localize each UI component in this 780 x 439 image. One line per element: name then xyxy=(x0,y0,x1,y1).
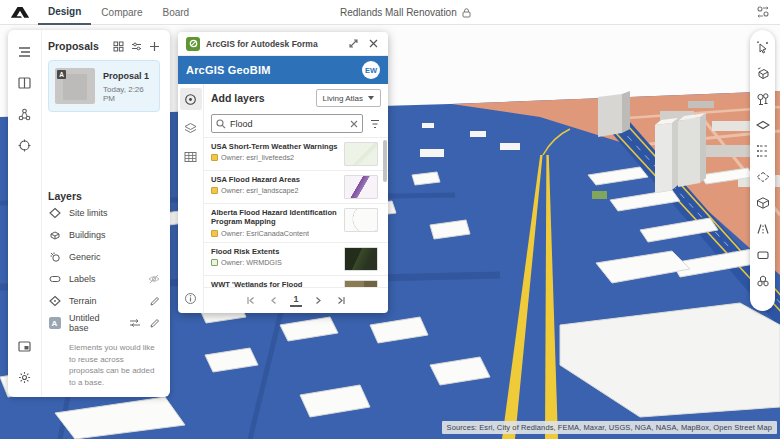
layer-buildings[interactable]: Buildings xyxy=(48,224,160,246)
result-title: Alberta Flood Hazard Identification Prog… xyxy=(211,208,339,227)
layer-untitled-base[interactable]: A Untitled base xyxy=(48,312,160,334)
terrain-icon xyxy=(48,295,61,308)
sort-filter-icon[interactable] xyxy=(369,118,381,130)
expand-icon[interactable] xyxy=(346,37,360,51)
layers-stack-icon[interactable] xyxy=(180,117,202,139)
left-rail xyxy=(8,30,42,397)
proposals-list-icon[interactable] xyxy=(15,42,35,62)
pagination: 1 xyxy=(204,287,388,313)
edit-pencil-icon[interactable] xyxy=(149,296,160,307)
minimap-icon[interactable] xyxy=(15,336,35,356)
label-tag-icon[interactable] xyxy=(754,246,771,263)
base-hint-text: Elements you would like to reuse across … xyxy=(48,342,160,388)
magic-select-icon[interactable] xyxy=(754,38,771,55)
project-title: Redlands Mall Renovation xyxy=(340,0,471,25)
page-number-current[interactable]: 1 xyxy=(290,294,301,307)
first-page-icon[interactable] xyxy=(244,294,256,308)
vegetation-icon[interactable] xyxy=(754,90,771,107)
result-item-1[interactable]: USA Short-Term Weather Warnings Owner: e… xyxy=(204,138,388,171)
filter-sliders-icon[interactable] xyxy=(131,41,142,52)
layer-site-limits[interactable]: Site limits xyxy=(48,202,160,224)
authoritative-badge-icon xyxy=(211,154,218,161)
search-results-list: USA Short-Term Weather Warnings Owner: e… xyxy=(204,137,388,287)
authoritative-badge-icon xyxy=(211,187,218,194)
surface-icon[interactable] xyxy=(754,116,771,133)
layer-generic[interactable]: Generic xyxy=(48,246,160,268)
search-input[interactable] xyxy=(230,119,350,129)
layer-label: Buildings xyxy=(69,230,160,240)
next-page-icon[interactable] xyxy=(313,294,325,308)
layers-title: Layers xyxy=(48,190,160,202)
edit-pencil-icon[interactable] xyxy=(149,318,160,329)
layer-label: Generic xyxy=(69,252,160,262)
proposal-name: Proposal 1 xyxy=(103,71,153,81)
result-owner: Owner: WRMDGIS xyxy=(221,258,282,267)
arcgis-logo xyxy=(186,37,200,51)
layer-badge-icon xyxy=(211,259,218,266)
collaboration-icon[interactable] xyxy=(756,5,770,19)
layer-label: Labels xyxy=(69,274,140,284)
result-item-4[interactable]: Flood Risk Extents Owner: WRMDGIS xyxy=(204,243,388,276)
generic-icon xyxy=(48,251,61,264)
result-title: USA Short-Term Weather Warnings xyxy=(211,142,339,151)
locate-icon[interactable] xyxy=(15,135,35,155)
result-thumbnail xyxy=(344,175,378,199)
result-item-3[interactable]: Alberta Flood Hazard Identification Prog… xyxy=(204,204,388,243)
buildings-icon xyxy=(48,229,61,242)
building-tool-icon[interactable] xyxy=(754,64,771,81)
result-item-5[interactable]: WWT 'Wetlands for Flood Resilience' xyxy=(204,276,388,287)
base-badge-icon: A xyxy=(48,317,61,330)
integrations-icon[interactable] xyxy=(15,104,35,124)
close-icon[interactable] xyxy=(366,37,380,51)
proposal-card[interactable]: A Proposal 1 Today, 2:26 PM xyxy=(48,60,160,112)
layer-label: Untitled base xyxy=(69,313,121,333)
result-item-2[interactable]: USA Flood Hazard Areas Owner: esri_lands… xyxy=(204,171,388,204)
add-layers-target-icon[interactable] xyxy=(180,88,202,110)
grid-view-icon[interactable] xyxy=(113,41,124,52)
tab-compare[interactable]: Compare xyxy=(91,0,152,25)
swap-icon[interactable] xyxy=(129,318,141,328)
map-attribution: Sources: Esri, City of Redlands, FEMA, M… xyxy=(442,421,777,434)
prev-page-icon[interactable] xyxy=(267,294,279,308)
results-scrollbar[interactable] xyxy=(383,140,387,283)
chevron-down-icon xyxy=(368,96,374,100)
tab-board[interactable]: Board xyxy=(152,0,199,25)
layer-label: Site limits xyxy=(69,208,160,218)
volume-icon[interactable] xyxy=(754,194,771,211)
result-owner: Owner: esri_livefeeds2 xyxy=(221,153,294,162)
left-panel-content: Proposals A Proposal 1 Today, 2:26 PM La… xyxy=(42,30,170,397)
info-icon[interactable] xyxy=(180,287,202,309)
road-icon[interactable] xyxy=(754,220,771,237)
cluster-icon[interactable] xyxy=(754,272,771,289)
geobim-header: ArcGIS GeoBIM EW xyxy=(178,56,388,84)
result-title: WWT 'Wetlands for Flood Resilience' xyxy=(211,280,339,287)
result-thumbnail xyxy=(344,247,378,271)
result-title: Flood Risk Extents xyxy=(211,247,339,256)
user-avatar[interactable]: EW xyxy=(362,61,380,79)
modal-window-title: ArcGIS for Autodesk Forma xyxy=(206,39,340,49)
table-icon[interactable] xyxy=(180,146,202,168)
lock-icon[interactable] xyxy=(462,8,471,18)
proposal-thumbnail: A xyxy=(55,68,95,104)
tab-design[interactable]: Design xyxy=(38,0,91,25)
last-page-icon[interactable] xyxy=(336,294,348,308)
layer-labels[interactable]: Labels xyxy=(48,268,160,290)
zone-icon[interactable] xyxy=(754,168,771,185)
settings-gear-icon[interactable] xyxy=(15,367,35,387)
result-thumbnail xyxy=(344,280,378,287)
visibility-off-icon[interactable] xyxy=(148,274,160,284)
source-dropdown-value: Living Atlas xyxy=(323,94,363,103)
plus-icon[interactable] xyxy=(149,41,160,52)
autodesk-logo[interactable] xyxy=(10,5,30,19)
guideline-icon[interactable] xyxy=(754,142,771,159)
project-title-text: Redlands Mall Renovation xyxy=(340,7,457,18)
left-panel: Proposals A Proposal 1 Today, 2:26 PM La… xyxy=(8,30,170,397)
library-icon[interactable] xyxy=(15,73,35,93)
top-bar: Design Compare Board Redlands Mall Renov… xyxy=(0,0,780,25)
clear-x-icon[interactable] xyxy=(350,120,358,128)
layer-terrain[interactable]: Terrain xyxy=(48,290,160,312)
site-limits-icon xyxy=(48,207,61,220)
proposals-title: Proposals xyxy=(48,40,113,52)
source-dropdown[interactable]: Living Atlas xyxy=(316,89,381,107)
modal-titlebar[interactable]: ArcGIS for Autodesk Forma xyxy=(178,32,388,56)
